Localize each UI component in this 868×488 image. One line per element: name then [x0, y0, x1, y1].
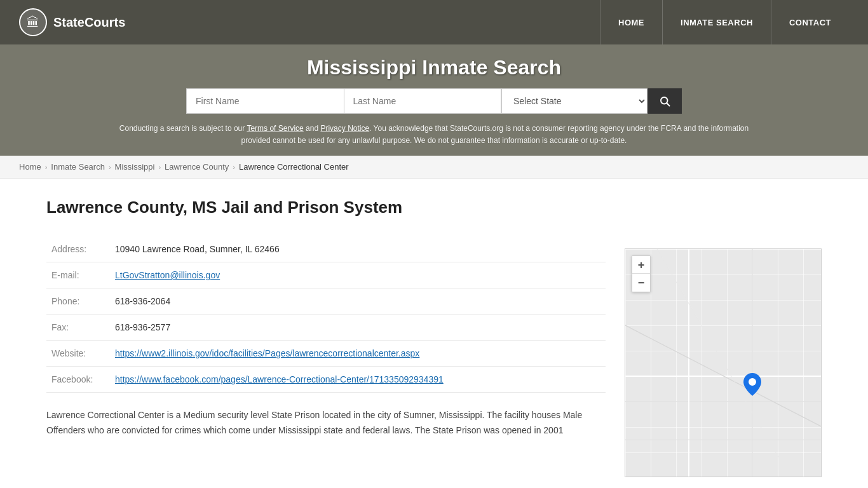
search-icon	[659, 95, 670, 107]
search-bar: Select State	[186, 88, 682, 114]
page-heading: Lawrence County, MS Jail and Prison Syst…	[46, 198, 606, 217]
website-label: Website:	[46, 341, 110, 367]
map-roads	[625, 249, 821, 477]
fax-value: 618-936-2577	[110, 315, 606, 341]
zoom-in-button[interactable]: +	[632, 256, 650, 274]
state-select[interactable]: Select State	[501, 88, 648, 114]
breadcrumb-home[interactable]: Home	[19, 162, 41, 172]
email-value: LtGovStratton@illinois.gov	[110, 262, 606, 288]
breadcrumb: Home › Inmate Search › Mississippi › Law…	[0, 156, 868, 179]
nav-links: HOME INMATE SEARCH CONTACT	[600, 0, 849, 44]
breadcrumb-sep-1: ›	[45, 163, 48, 171]
facebook-label: Facebook:	[46, 367, 110, 393]
nav-home[interactable]: HOME	[600, 0, 662, 44]
terms-link[interactable]: Terms of Service	[247, 124, 303, 133]
breadcrumb-current: Lawrence Correctional Center	[239, 162, 349, 172]
address-label: Address:	[46, 236, 110, 262]
privacy-link[interactable]: Privacy Notice	[320, 124, 369, 133]
breadcrumb-sep-3: ›	[158, 163, 161, 171]
phone-value: 618-936-2064	[110, 288, 606, 315]
first-name-input[interactable]	[186, 88, 344, 114]
address-value: 10940 Lawrence Road, Sumner, IL 62466	[110, 236, 606, 262]
hero-disclaimer: Conducting a search is subject to our Te…	[116, 123, 752, 156]
top-navigation: 🏛 StateCourts HOME INMATE SEARCH CONTACT	[0, 0, 868, 44]
website-value: https://www2.illinois.gov/idoc/facilitie…	[110, 341, 606, 367]
last-name-input[interactable]	[344, 88, 502, 114]
email-label: E-mail:	[46, 262, 110, 288]
nav-contact[interactable]: CONTACT	[771, 0, 849, 44]
table-row-fax: Fax: 618-936-2577	[46, 315, 606, 341]
facility-description: Lawrence Correctional Center is a Medium…	[46, 408, 606, 438]
hero-section: Mississippi Inmate Search Select State C…	[0, 44, 868, 156]
breadcrumb-state[interactable]: Mississippi	[115, 162, 155, 172]
fax-label: Fax:	[46, 315, 110, 341]
site-name: StateCourts	[53, 15, 125, 30]
svg-point-0	[661, 97, 668, 104]
email-link[interactable]: LtGovStratton@illinois.gov	[115, 270, 220, 280]
breadcrumb-inmate-search[interactable]: Inmate Search	[51, 162, 105, 172]
map-pin	[743, 373, 761, 400]
svg-line-1	[667, 104, 670, 106]
hero-title: Mississippi Inmate Search	[307, 56, 561, 79]
map-area: + −	[625, 248, 822, 477]
svg-point-9	[749, 378, 756, 386]
nav-inmate-search[interactable]: INMATE SEARCH	[662, 0, 771, 44]
website-link[interactable]: https://www2.illinois.gov/idoc/facilitie…	[115, 348, 419, 358]
table-row-email: E-mail: LtGovStratton@illinois.gov	[46, 262, 606, 288]
table-row-website: Website: https://www2.illinois.gov/idoc/…	[46, 341, 606, 367]
phone-label: Phone:	[46, 288, 110, 315]
svg-line-7	[657, 249, 790, 477]
facebook-value: https://www.facebook.com/pages/Lawrence-…	[110, 367, 606, 393]
map-container[interactable]: + −	[625, 248, 822, 477]
table-row-address: Address: 10940 Lawrence Road, Sumner, IL…	[46, 236, 606, 262]
zoom-out-button[interactable]: −	[632, 274, 650, 292]
logo-icon: 🏛	[19, 8, 47, 36]
content-area: Lawrence County, MS Jail and Prison Syst…	[46, 198, 606, 477]
table-row-phone: Phone: 618-936-2064	[46, 288, 606, 315]
main-content: Lawrence County, MS Jail and Prison Syst…	[34, 179, 834, 488]
facility-info-table: Address: 10940 Lawrence Road, Sumner, IL…	[46, 236, 606, 393]
search-button[interactable]	[648, 88, 682, 114]
breadcrumb-county[interactable]: Lawrence County	[165, 162, 229, 172]
facebook-link[interactable]: https://www.facebook.com/pages/Lawrence-…	[115, 374, 444, 384]
breadcrumb-sep-2: ›	[109, 163, 111, 171]
breadcrumb-sep-4: ›	[233, 163, 235, 171]
site-logo[interactable]: 🏛 StateCourts	[19, 8, 125, 36]
table-row-facebook: Facebook: https://www.facebook.com/pages…	[46, 367, 606, 393]
map-zoom-controls: + −	[632, 255, 651, 292]
